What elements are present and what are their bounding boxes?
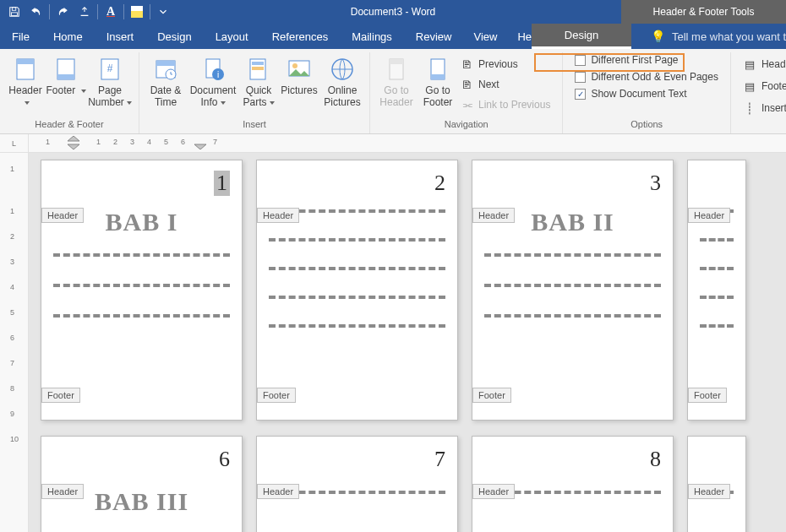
group-insert: Date & Time i Document Info Quick Parts …: [139, 52, 370, 133]
insert-alignment-button[interactable]: ┊Insert Alignmen: [743, 100, 786, 117]
right-indent-icon[interactable]: [194, 141, 206, 149]
footer-icon: [52, 56, 79, 83]
document-info-icon: i: [199, 56, 227, 83]
go-to-header-button: Go to Header: [375, 52, 418, 113]
footer-bottom-icon: ▤: [743, 79, 756, 93]
vertical-ruler[interactable]: 1 1 2 3 4 5 6 7 8 9 10: [0, 153, 29, 532]
svg-rect-21: [390, 59, 403, 64]
tab-layout[interactable]: Layout: [204, 24, 260, 49]
highlight-icon[interactable]: [128, 3, 146, 21]
date-time-button[interactable]: Date & Time: [145, 52, 187, 108]
page-thumbnail[interactable]: 3 Header BAB II Footer: [472, 160, 674, 421]
page-thumbnail[interactable]: 6 Header BAB III: [41, 436, 243, 532]
checkbox-icon: [575, 72, 586, 83]
header-button[interactable]: Header: [5, 52, 46, 108]
online-pictures-icon: [329, 56, 356, 83]
indent-marker-icon[interactable]: [68, 136, 79, 151]
qat-customize-icon[interactable]: [154, 3, 172, 21]
svg-marker-25: [68, 144, 79, 149]
svg-rect-3: [17, 59, 34, 64]
header-tag[interactable]: Header: [688, 484, 730, 499]
save-icon[interactable]: [5, 3, 24, 21]
tab-design-context[interactable]: Design: [532, 24, 631, 49]
pictures-button[interactable]: Pictures: [278, 52, 320, 108]
svg-text:#: #: [107, 62, 113, 74]
page-thumbnail[interactable]: Header: [687, 436, 746, 532]
different-odd-even-checkbox[interactable]: Different Odd & Even Pages: [575, 71, 718, 83]
link-icon: ⫘: [460, 98, 473, 111]
group-position: ▤Header from To ▤Footer from Bot ┊Insert…: [731, 52, 786, 133]
group-label: Navigation: [445, 118, 489, 132]
checkbox-icon: [575, 55, 586, 66]
quick-access-toolbar: A: [0, 3, 177, 21]
separator: [123, 4, 124, 19]
ribbon: Header Footer # Page Number Header & Foo…: [0, 49, 786, 134]
redo-icon[interactable]: [53, 3, 72, 21]
group-label: Options: [630, 118, 663, 132]
tab-review[interactable]: Review: [404, 24, 464, 49]
footer-button[interactable]: Footer: [46, 52, 86, 108]
header-tag[interactable]: Header: [472, 208, 515, 223]
page-thumbnail[interactable]: 1 Header BAB I Footer: [41, 160, 243, 421]
header-tag[interactable]: Header: [257, 484, 299, 499]
show-document-text-checkbox[interactable]: ✓Show Document Text: [575, 88, 686, 100]
horizontal-ruler[interactable]: 1 1 2 3 4 5 6 7: [29, 134, 786, 152]
header-tag[interactable]: Header: [257, 208, 299, 223]
tab-selector[interactable]: L: [0, 134, 29, 152]
page-number: 8: [650, 447, 661, 472]
svg-rect-15: [252, 62, 264, 65]
previous-button[interactable]: 🖹Previous: [460, 56, 555, 73]
go-to-footer-button[interactable]: Go to Footer: [418, 52, 458, 113]
page-thumbnail[interactable]: Header Footer: [687, 160, 746, 421]
alignment-icon: ┊: [743, 101, 756, 115]
quick-parts-button[interactable]: Quick Parts: [239, 52, 278, 108]
document-info-button[interactable]: i Document Info: [187, 52, 239, 108]
online-pictures-button[interactable]: Online Pictures: [320, 52, 364, 108]
page-number: 3: [650, 171, 661, 196]
workspace: 1 1 2 3 4 5 6 7 8 9 10 1 Header BAB I Fo…: [0, 153, 786, 532]
quick-parts-icon: [245, 56, 272, 83]
footer-tag[interactable]: Footer: [472, 388, 511, 403]
tab-file[interactable]: File: [0, 24, 41, 49]
footer-tag[interactable]: Footer: [688, 388, 727, 403]
page-number: 7: [434, 447, 445, 472]
tab-insert[interactable]: Insert: [95, 24, 146, 49]
page-number-button[interactable]: # Page Number: [86, 52, 134, 108]
touch-mode-icon[interactable]: [75, 3, 94, 21]
page-thumbnail[interactable]: 8 Header: [472, 436, 674, 532]
header-tag[interactable]: Header: [472, 484, 515, 499]
page-number-icon: #: [96, 56, 123, 83]
page-thumbnail[interactable]: 2 Header Footer: [256, 160, 458, 421]
header-tag[interactable]: Header: [41, 208, 84, 223]
tab-view[interactable]: View: [463, 24, 507, 49]
tab-home[interactable]: Home: [41, 24, 95, 49]
header-tag[interactable]: Header: [41, 484, 84, 499]
tab-mailings[interactable]: Mailings: [340, 24, 404, 49]
ribbon-tabs: File Home Insert Design Layout Reference…: [0, 24, 786, 49]
pages-row-2: 6 Header BAB III 7 Header 8 Header Heade…: [41, 436, 786, 532]
page-thumbnail[interactable]: 7 Header: [256, 436, 458, 532]
footer-tag[interactable]: Footer: [41, 388, 80, 403]
tab-references[interactable]: References: [260, 24, 340, 49]
group-label: Insert: [243, 118, 266, 132]
lightbulb-icon: 💡: [651, 30, 665, 43]
footer-tag[interactable]: Footer: [257, 388, 296, 403]
link-to-previous-button: ⫘Link to Previous: [460, 96, 555, 113]
undo-icon[interactable]: [27, 3, 46, 21]
next-button[interactable]: 🖹Next: [460, 76, 555, 93]
separator: [97, 4, 98, 19]
tab-design[interactable]: Design: [145, 24, 203, 49]
svg-rect-23: [431, 74, 445, 79]
different-first-page-checkbox[interactable]: Different First Page: [575, 54, 678, 66]
nav-small-stack: 🖹Previous 🖹Next ⫘Link to Previous: [458, 52, 557, 113]
header-tag[interactable]: Header: [688, 208, 730, 223]
footer-from-bottom-button[interactable]: ▤Footer from Bot: [743, 78, 786, 95]
tell-me-search[interactable]: 💡 Tell me what you want to: [651, 24, 786, 49]
group-header-footer: Header Footer # Page Number Header & Foo…: [0, 52, 139, 133]
font-color-icon[interactable]: A: [101, 3, 120, 21]
document-canvas[interactable]: 1 Header BAB I Footer 2 Header Footer 3 …: [29, 153, 786, 532]
header-from-top-button[interactable]: ▤Header from To: [743, 56, 786, 73]
page-number: 2: [434, 171, 445, 196]
svg-rect-9: [156, 61, 175, 66]
tell-me-text: Tell me what you want to: [672, 30, 786, 43]
